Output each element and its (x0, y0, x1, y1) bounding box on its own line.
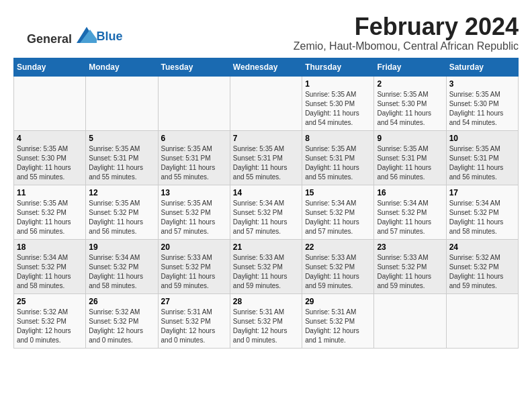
weekday-header-row: Sunday Monday Tuesday Wednesday Thursday… (14, 58, 519, 76)
day-info: Sunrise: 5:35 AM Sunset: 5:32 PM Dayligh… (89, 199, 154, 236)
header-tuesday: Tuesday (158, 58, 230, 76)
table-row (374, 293, 446, 348)
day-number: 4 (17, 134, 83, 143)
day-info: Sunrise: 5:34 AM Sunset: 5:32 PM Dayligh… (233, 199, 299, 236)
day-info: Sunrise: 5:34 AM Sunset: 5:32 PM Dayligh… (89, 253, 154, 291)
calendar-week-row: 25Sunrise: 5:32 AM Sunset: 5:32 PM Dayli… (14, 293, 519, 348)
table-row: 25Sunrise: 5:32 AM Sunset: 5:32 PM Dayli… (14, 293, 86, 348)
table-row: 11Sunrise: 5:35 AM Sunset: 5:32 PM Dayli… (14, 185, 86, 239)
table-row: 24Sunrise: 5:32 AM Sunset: 5:32 PM Dayli… (446, 239, 518, 293)
table-row: 28Sunrise: 5:31 AM Sunset: 5:32 PM Dayli… (230, 293, 302, 348)
table-row: 17Sunrise: 5:34 AM Sunset: 5:32 PM Dayli… (446, 185, 518, 239)
day-info: Sunrise: 5:35 AM Sunset: 5:32 PM Dayligh… (161, 199, 227, 236)
table-row: 13Sunrise: 5:35 AM Sunset: 5:32 PM Dayli… (158, 185, 230, 239)
table-row: 7Sunrise: 5:35 AM Sunset: 5:31 PM Daylig… (230, 130, 302, 185)
day-info: Sunrise: 5:35 AM Sunset: 5:30 PM Dayligh… (377, 90, 443, 128)
logo-general: General (27, 32, 72, 46)
day-info: Sunrise: 5:33 AM Sunset: 5:32 PM Dayligh… (305, 253, 371, 291)
day-info: Sunrise: 5:35 AM Sunset: 5:31 PM Dayligh… (233, 144, 299, 182)
day-number: 6 (161, 134, 227, 143)
table-row: 18Sunrise: 5:34 AM Sunset: 5:32 PM Dayli… (14, 239, 86, 293)
day-number: 11 (17, 188, 83, 197)
day-info: Sunrise: 5:34 AM Sunset: 5:32 PM Dayligh… (449, 199, 515, 236)
day-info: Sunrise: 5:35 AM Sunset: 5:31 PM Dayligh… (305, 144, 371, 182)
table-row (446, 293, 518, 348)
day-number: 14 (233, 188, 299, 197)
calendar-week-row: 11Sunrise: 5:35 AM Sunset: 5:32 PM Dayli… (14, 185, 519, 239)
calendar-week-row: 1Sunrise: 5:35 AM Sunset: 5:30 PM Daylig… (14, 76, 519, 130)
day-number: 18 (17, 242, 83, 252)
day-info: Sunrise: 5:35 AM Sunset: 5:31 PM Dayligh… (449, 144, 515, 182)
logo-blue: Blue (97, 30, 123, 43)
table-row: 23Sunrise: 5:33 AM Sunset: 5:32 PM Dayli… (374, 239, 446, 293)
table-row (158, 76, 230, 130)
table-row: 12Sunrise: 5:35 AM Sunset: 5:32 PM Dayli… (86, 185, 158, 239)
table-row: 22Sunrise: 5:33 AM Sunset: 5:32 PM Dayli… (302, 239, 374, 293)
day-info: Sunrise: 5:35 AM Sunset: 5:30 PM Dayligh… (17, 144, 83, 182)
header-thursday: Thursday (302, 58, 374, 76)
day-number: 15 (305, 188, 371, 197)
table-row (86, 76, 158, 130)
table-row: 3Sunrise: 5:35 AM Sunset: 5:30 PM Daylig… (446, 76, 518, 130)
table-row: 4Sunrise: 5:35 AM Sunset: 5:30 PM Daylig… (14, 130, 86, 185)
day-number: 20 (161, 242, 227, 252)
table-row (230, 76, 302, 130)
day-info: Sunrise: 5:31 AM Sunset: 5:32 PM Dayligh… (305, 308, 371, 345)
table-row: 21Sunrise: 5:33 AM Sunset: 5:32 PM Dayli… (230, 239, 302, 293)
table-row: 29Sunrise: 5:31 AM Sunset: 5:32 PM Dayli… (302, 293, 374, 348)
day-info: Sunrise: 5:32 AM Sunset: 5:32 PM Dayligh… (449, 253, 515, 291)
table-row: 10Sunrise: 5:35 AM Sunset: 5:31 PM Dayli… (446, 130, 518, 185)
table-row: 14Sunrise: 5:34 AM Sunset: 5:32 PM Dayli… (230, 185, 302, 239)
header-wednesday: Wednesday (230, 58, 302, 76)
table-row: 20Sunrise: 5:33 AM Sunset: 5:32 PM Dayli… (158, 239, 230, 293)
table-row: 9Sunrise: 5:35 AM Sunset: 5:31 PM Daylig… (374, 130, 446, 185)
day-info: Sunrise: 5:34 AM Sunset: 5:32 PM Dayligh… (305, 199, 371, 236)
day-info: Sunrise: 5:35 AM Sunset: 5:31 PM Dayligh… (89, 144, 154, 182)
table-row: 8Sunrise: 5:35 AM Sunset: 5:31 PM Daylig… (302, 130, 374, 185)
header-sunday: Sunday (14, 58, 86, 76)
day-number: 3 (449, 79, 515, 89)
day-number: 5 (89, 134, 154, 143)
day-number: 29 (305, 297, 371, 306)
day-number: 27 (161, 297, 227, 306)
day-info: Sunrise: 5:34 AM Sunset: 5:32 PM Dayligh… (377, 199, 443, 236)
table-row: 1Sunrise: 5:35 AM Sunset: 5:30 PM Daylig… (302, 76, 374, 130)
day-number: 9 (377, 134, 443, 143)
day-number: 8 (305, 134, 371, 143)
day-info: Sunrise: 5:34 AM Sunset: 5:32 PM Dayligh… (17, 253, 83, 291)
calendar-week-row: 18Sunrise: 5:34 AM Sunset: 5:32 PM Dayli… (14, 239, 519, 293)
day-number: 28 (233, 297, 299, 306)
header-friday: Friday (374, 58, 446, 76)
day-number: 17 (449, 188, 515, 197)
day-number: 24 (449, 242, 515, 252)
day-info: Sunrise: 5:31 AM Sunset: 5:32 PM Dayligh… (233, 308, 299, 345)
day-info: Sunrise: 5:32 AM Sunset: 5:32 PM Dayligh… (17, 308, 83, 345)
day-number: 25 (17, 297, 83, 306)
logo-icon (77, 27, 97, 43)
day-number: 21 (233, 242, 299, 252)
day-info: Sunrise: 5:33 AM Sunset: 5:32 PM Dayligh… (161, 253, 227, 291)
day-number: 1 (305, 79, 371, 89)
day-info: Sunrise: 5:35 AM Sunset: 5:30 PM Dayligh… (305, 90, 371, 128)
day-number: 23 (377, 242, 443, 252)
table-row: 19Sunrise: 5:34 AM Sunset: 5:32 PM Dayli… (86, 239, 158, 293)
table-row: 6Sunrise: 5:35 AM Sunset: 5:31 PM Daylig… (158, 130, 230, 185)
day-number: 10 (449, 134, 515, 143)
calendar-table: Sunday Monday Tuesday Wednesday Thursday… (13, 58, 519, 349)
day-info: Sunrise: 5:35 AM Sunset: 5:31 PM Dayligh… (377, 144, 443, 182)
day-info: Sunrise: 5:32 AM Sunset: 5:32 PM Dayligh… (89, 308, 154, 345)
header-monday: Monday (86, 58, 158, 76)
day-info: Sunrise: 5:31 AM Sunset: 5:32 PM Dayligh… (161, 308, 227, 345)
table-row (14, 76, 86, 130)
day-info: Sunrise: 5:35 AM Sunset: 5:32 PM Dayligh… (17, 199, 83, 236)
day-info: Sunrise: 5:33 AM Sunset: 5:32 PM Dayligh… (377, 253, 443, 291)
table-row: 5Sunrise: 5:35 AM Sunset: 5:31 PM Daylig… (86, 130, 158, 185)
day-info: Sunrise: 5:35 AM Sunset: 5:31 PM Dayligh… (161, 144, 227, 182)
table-row: 26Sunrise: 5:32 AM Sunset: 5:32 PM Dayli… (86, 293, 158, 348)
calendar-week-row: 4Sunrise: 5:35 AM Sunset: 5:30 PM Daylig… (14, 130, 519, 185)
day-number: 26 (89, 297, 154, 306)
day-number: 22 (305, 242, 371, 252)
table-row: 2Sunrise: 5:35 AM Sunset: 5:30 PM Daylig… (374, 76, 446, 130)
table-row: 16Sunrise: 5:34 AM Sunset: 5:32 PM Dayli… (374, 185, 446, 239)
day-number: 19 (89, 242, 154, 252)
